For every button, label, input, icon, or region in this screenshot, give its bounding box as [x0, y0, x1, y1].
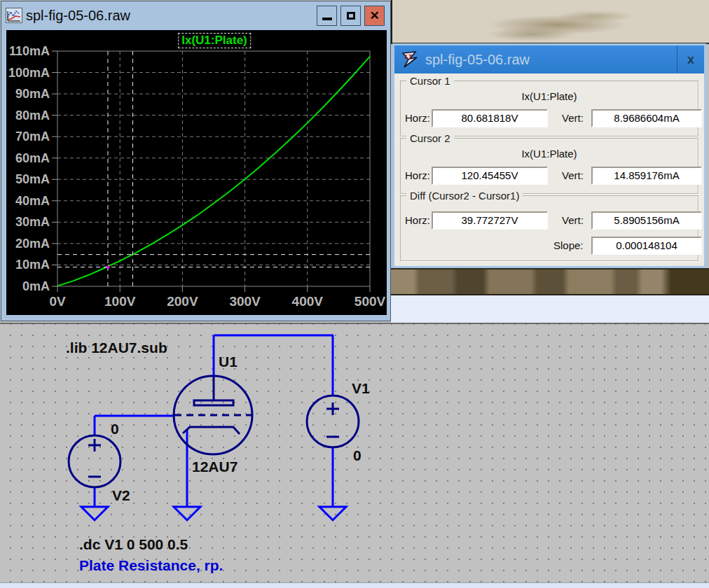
cursor2-vert-label: Vert:: [562, 169, 584, 181]
maximize-button[interactable]: [340, 6, 361, 26]
close-icon: ✕: [369, 10, 379, 22]
v2-name-label[interactable]: V2: [112, 487, 130, 504]
cursor1-vert-label: Vert:: [562, 112, 584, 124]
cursor2-vert-field[interactable]: 14.859176mA: [591, 167, 702, 185]
ltspice-logo-icon: LT: [400, 50, 420, 69]
diff-horz-field[interactable]: 39.772727V: [432, 211, 548, 230]
tube-name-label[interactable]: U1: [219, 354, 238, 370]
diff-vert-field[interactable]: 5.8905156mA: [591, 211, 702, 230]
cursor-dialog-titlebar[interactable]: LT spl-fig-05-06.raw x: [394, 46, 704, 74]
minimize-button[interactable]: [317, 6, 337, 26]
cursor1-horz-label: Horz:: [405, 112, 430, 124]
triode-symbol[interactable]: [174, 376, 252, 454]
y-tick-label: 50mA: [15, 172, 50, 186]
diff-group: Diff (Cursor2 - Cursor1) Horz: 39.772727…: [400, 195, 698, 261]
y-tick-label: 110mA: [9, 44, 50, 58]
plot-window-title: spl-fig-05-06.raw: [26, 8, 130, 24]
cathode-electrode: [183, 427, 240, 434]
desktop-wallpaper-top: [391, 0, 709, 44]
y-tick-label: 90mA: [15, 87, 50, 101]
plot-border: [57, 51, 370, 286]
ltspice-screen: .lib 12AU7.sub U1 12AU7 V1 0 0 V2 .dc V1…: [0, 0, 709, 588]
cursor1-marker[interactable]: [106, 266, 109, 269]
maximize-icon: [347, 12, 355, 20]
plot-window: spl-fig-05-06.raw ✕ 0mA10mA20mA30mA40mA5…: [1, 1, 391, 321]
y-tick-label: 20mA: [15, 237, 50, 251]
cursor2-legend: Cursor 2: [406, 132, 454, 144]
cursor1-legend: Cursor 1: [406, 75, 454, 87]
cursor2-horz-field[interactable]: 120.45455V: [432, 167, 548, 185]
y-tick-label: 70mA: [15, 130, 50, 144]
y-tick-label: 80mA: [15, 108, 50, 122]
waveform-window-icon: [6, 8, 22, 23]
v2-value-label[interactable]: 0: [111, 421, 119, 438]
slope-label: Slope:: [553, 239, 584, 251]
x-tick-label: 400V: [292, 294, 324, 309]
cursor1-horz-field[interactable]: 80.681818V: [432, 109, 548, 127]
slope-field[interactable]: 0.000148104: [591, 237, 702, 255]
y-tick-label: 0mA: [22, 279, 50, 293]
cursor1-vert-field[interactable]: 8.9686604mA: [591, 109, 702, 127]
y-tick-label: 60mA: [15, 151, 50, 165]
x-tick-label: 200V: [167, 294, 198, 309]
ground-symbol-v2[interactable]: [81, 507, 108, 520]
v1-symbol[interactable]: [307, 396, 359, 447]
cursor-dialog: LT spl-fig-05-06.raw x Cursor 1 Ix(U1:Pl…: [392, 43, 706, 268]
dialog-close-icon: x: [687, 52, 694, 67]
diff-vert-label: Vert:: [562, 214, 584, 226]
tube-value-label[interactable]: 12AU7: [192, 458, 238, 475]
schematic-window[interactable]: .lib 12AU7.sub U1 12AU7 V1 0 0 V2 .dc V1…: [0, 323, 709, 582]
x-tick-label: 500V: [354, 294, 386, 309]
x-tick-label: 300V: [229, 294, 261, 309]
x-tick-label: 0V: [49, 294, 66, 309]
v2-symbol[interactable]: [69, 435, 121, 487]
ground-symbol-cathode[interactable]: [174, 507, 200, 520]
x-tick-label: 100V: [104, 294, 136, 309]
plot-area[interactable]: 0mA10mA20mA30mA40mA50mA60mA70mA80mA90mA1…: [6, 30, 387, 315]
y-tick-label: 10mA: [15, 258, 50, 272]
plot-window-titlebar[interactable]: spl-fig-05-06.raw ✕: [1, 1, 390, 29]
y-tick-label: 40mA: [15, 194, 50, 208]
ground-symbol-v1[interactable]: [319, 507, 346, 520]
cursor1-group: Cursor 1 Ix(U1:Plate) Horz: 80.681818V V…: [400, 80, 698, 136]
minimize-icon: [322, 18, 332, 20]
dialog-close-button[interactable]: x: [677, 46, 704, 74]
cursor2-group: Cursor 2 Ix(U1:Plate) Horz: 120.45455V V…: [400, 138, 698, 194]
desktop-wallpaper-wood-band: [391, 268, 709, 295]
diff-legend: Diff (Cursor2 - Cursor1): [406, 190, 523, 202]
cursor2-horz-label: Horz:: [405, 169, 430, 181]
v1-value-label[interactable]: 0: [353, 447, 362, 464]
cursor1-trace-name: Ix(U1:Plate): [401, 90, 698, 102]
lib-directive[interactable]: .lib 12AU7.sub: [66, 340, 167, 356]
close-button[interactable]: ✕: [364, 6, 385, 26]
y-tick-label: 100mA: [8, 66, 50, 80]
y-tick-label: 30mA: [15, 215, 50, 229]
diff-horz-label: Horz:: [405, 214, 430, 226]
desktop-pale-strip: [391, 295, 709, 323]
trace-label[interactable]: Ix(U1:Plate): [178, 33, 251, 48]
svg-text:LT: LT: [405, 53, 413, 60]
v1-name-label[interactable]: V1: [352, 380, 370, 397]
cursor2-trace-name: Ix(U1:Plate): [401, 148, 698, 160]
cursor-dialog-title: spl-fig-05-06.raw: [425, 52, 530, 68]
plate-bar: [194, 400, 233, 405]
cursor-dialog-body: Cursor 1 Ix(U1:Plate) Horz: 80.681818V V…: [394, 74, 704, 266]
dc-directive[interactable]: .dc V1 0 500 0.5: [79, 536, 188, 553]
trace-curve[interactable]: [57, 57, 370, 286]
bottom-window-edge: [0, 582, 709, 588]
comment-text[interactable]: Plate Resistance, rp.: [79, 557, 223, 574]
plot-canvas[interactable]: 0mA10mA20mA30mA40mA50mA60mA70mA80mA90mA1…: [6, 30, 387, 315]
